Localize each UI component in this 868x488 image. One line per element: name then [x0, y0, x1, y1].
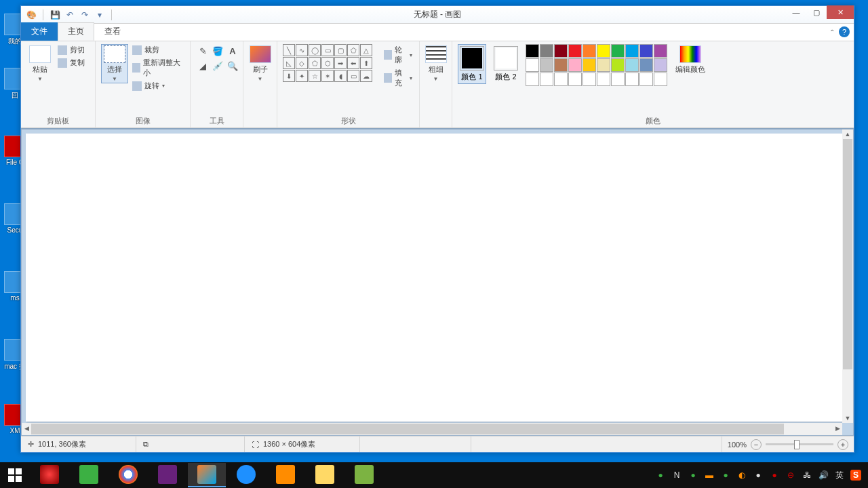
tray-icon[interactable]: S [850, 470, 861, 481]
color-swatch[interactable] [611, 73, 625, 86]
text-tool[interactable]: A [226, 44, 239, 58]
shape-arrow-l[interactable]: ⬅ [347, 57, 359, 69]
tab-home[interactable]: 主页 [58, 22, 94, 41]
size-button[interactable]: 粗细 ▼ [422, 44, 450, 83]
undo-icon[interactable]: ↶ [64, 9, 76, 21]
color-swatch[interactable] [639, 44, 653, 58]
color-swatch[interactable] [611, 58, 625, 72]
color-swatch[interactable] [597, 73, 610, 86]
shape-arrow-r[interactable]: ➡ [334, 57, 347, 69]
shape-pentagon[interactable]: ⬠ [309, 57, 321, 69]
shape-callout-cloud[interactable]: ☁ [360, 70, 372, 82]
taskbar-app[interactable] [267, 463, 304, 487]
shape-polygon[interactable]: ⬠ [347, 44, 359, 56]
color-swatch[interactable] [540, 44, 553, 58]
scroll-down-icon[interactable]: ▼ [843, 413, 852, 423]
color-swatch[interactable] [526, 73, 539, 86]
color-swatch[interactable] [583, 44, 596, 58]
taskbar-app[interactable] [70, 463, 108, 487]
shape-diamond[interactable]: ◇ [296, 57, 308, 69]
tray-icon[interactable]: ● [720, 470, 731, 481]
shapes-gallery[interactable]: ╲∿◯▭▢⬠△ ◺◇⬠⬡➡⬅⬆ ⬇✦☆✶◖▭☁ [283, 44, 372, 82]
shape-arrow-u[interactable]: ⬆ [360, 57, 372, 69]
rotate-button[interactable]: 旋转 ▾ [131, 80, 184, 92]
color-swatch[interactable] [639, 73, 653, 86]
shape-star5[interactable]: ☆ [309, 70, 321, 82]
eraser-tool[interactable]: ◢ [196, 59, 210, 73]
collapse-ribbon-icon[interactable]: ⌃ [829, 28, 835, 36]
color-swatch[interactable] [583, 73, 596, 86]
tray-icon[interactable]: ▬ [704, 470, 715, 481]
color-swatch[interactable] [654, 73, 667, 86]
color-swatch[interactable] [639, 58, 653, 72]
color-swatch[interactable] [540, 58, 553, 72]
color-swatch[interactable] [654, 44, 667, 58]
network-icon[interactable]: 🖧 [802, 470, 812, 481]
fill-tool[interactable]: 🪣 [211, 44, 224, 58]
color-swatch[interactable] [526, 58, 539, 72]
scroll-left-icon[interactable]: ◀ [22, 424, 31, 433]
maximize-button[interactable]: ▢ [806, 5, 827, 19]
shape-star4[interactable]: ✦ [296, 70, 308, 82]
canvas[interactable] [26, 134, 842, 422]
zoom-slider[interactable] [766, 443, 833, 445]
taskbar-app[interactable] [306, 463, 344, 487]
cut-button[interactable]: 剪切 [56, 44, 86, 56]
shape-curve[interactable]: ∿ [296, 44, 308, 56]
select-button[interactable]: 选择 ▼ [101, 44, 128, 83]
minimize-button[interactable]: ― [786, 5, 806, 19]
fill-button[interactable]: 填充 ▾ [382, 67, 414, 89]
save-icon[interactable]: 💾 [49, 9, 61, 21]
shape-hexagon[interactable]: ⬡ [321, 57, 334, 69]
taskbar-app[interactable] [109, 463, 147, 487]
tab-view[interactable]: 查看 [94, 22, 131, 41]
color-swatch[interactable] [597, 58, 610, 72]
color-swatch[interactable] [554, 58, 568, 72]
shape-arrow-d[interactable]: ⬇ [283, 70, 295, 82]
tray-icon[interactable]: ● [688, 470, 698, 481]
shape-line[interactable]: ╲ [283, 44, 295, 56]
zoom-out-button[interactable]: − [751, 439, 762, 450]
color1-button[interactable]: 颜色 1 [458, 44, 486, 84]
paste-button[interactable]: 粘贴 ▼ [26, 44, 54, 83]
color-swatch[interactable] [625, 73, 639, 86]
taskbar-app[interactable] [227, 463, 265, 487]
color-swatch[interactable] [583, 58, 596, 72]
taskbar-app[interactable] [345, 463, 383, 487]
color-swatch[interactable] [611, 44, 625, 58]
shape-callout-round[interactable]: ◖ [334, 70, 347, 82]
shape-oval[interactable]: ◯ [309, 44, 321, 56]
magnifier-tool[interactable]: 🔍 [226, 59, 239, 73]
tray-icon[interactable]: ⊖ [785, 470, 796, 481]
copy-button[interactable]: 复制 [56, 57, 86, 68]
ime-icon[interactable]: 英 [834, 470, 845, 481]
scrollbar-thumb[interactable] [31, 424, 784, 434]
scroll-up-icon[interactable]: ▲ [843, 129, 852, 139]
color2-button[interactable]: 颜色 2 [492, 44, 520, 84]
help-icon[interactable]: ? [839, 26, 850, 37]
tray-icon[interactable]: N [671, 470, 682, 481]
color-swatch[interactable] [568, 73, 582, 86]
crop-button[interactable]: 裁剪 [131, 44, 184, 56]
shape-rect[interactable]: ▭ [321, 44, 334, 56]
shape-rtri[interactable]: ◺ [283, 57, 295, 69]
color-swatch[interactable] [568, 44, 582, 58]
qat-dropdown-icon[interactable]: ▾ [94, 9, 106, 21]
taskbar-app[interactable] [149, 463, 186, 487]
taskbar-app-paint[interactable] [188, 463, 226, 487]
outline-button[interactable]: 轮廓 ▾ [382, 44, 414, 66]
shape-triangle[interactable]: △ [360, 44, 372, 56]
color-swatch[interactable] [568, 58, 582, 72]
picker-tool[interactable]: 💉 [211, 59, 224, 73]
color-swatch[interactable] [625, 44, 639, 58]
edit-colors-button[interactable]: 编辑颜色 [673, 44, 708, 76]
zoom-slider-thumb[interactable] [794, 440, 800, 449]
color-swatch[interactable] [540, 73, 553, 86]
tab-file[interactable]: 文件 [21, 22, 58, 41]
tray-icon[interactable]: ● [655, 470, 666, 481]
horizontal-scrollbar[interactable]: ◀ ▶ [22, 423, 842, 435]
color-swatch[interactable] [597, 44, 610, 58]
color-swatch[interactable] [526, 44, 539, 58]
resize-button[interactable]: 重新调整大小 [131, 57, 184, 79]
taskbar-app[interactable] [31, 463, 68, 487]
